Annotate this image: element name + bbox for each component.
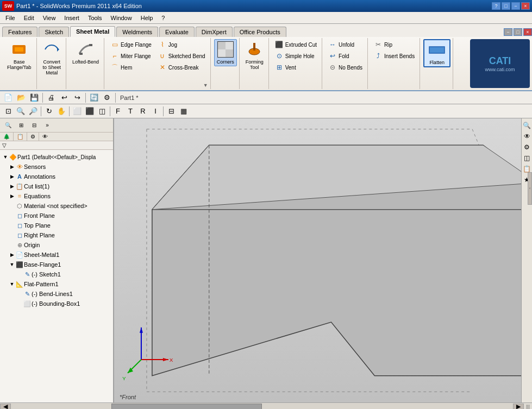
fold-button[interactable]: ↩ Fold xyxy=(326,51,365,61)
scroll-thumb[interactable] xyxy=(111,404,262,410)
base-flange-tab-button[interactable]: BaseFlange/Tab xyxy=(4,39,34,72)
menu-question[interactable]: ? xyxy=(157,12,169,23)
tab-features[interactable]: Features xyxy=(2,27,37,37)
cut-list-toggle[interactable]: ▶ xyxy=(9,183,15,190)
tree-tab-config[interactable]: ⚙ xyxy=(27,133,39,141)
right-panel-display-btn[interactable]: 👁 xyxy=(522,131,532,141)
menu-help[interactable]: Help xyxy=(136,12,158,23)
tree-top-plane[interactable]: ▶ ◻ Top Plane xyxy=(1,221,112,230)
no-bends-button[interactable]: ⊝ No Bends xyxy=(326,62,365,73)
expand-all-button[interactable]: ⊞ xyxy=(15,120,27,131)
rip-button[interactable]: ✂ Rip xyxy=(371,39,417,50)
ribbon-close-button[interactable]: × xyxy=(523,28,532,36)
maximize-button[interactable]: □ xyxy=(502,2,510,10)
zoom-to-fit-button[interactable]: ⊡ xyxy=(2,106,14,117)
rebuild-button[interactable]: 🔄 xyxy=(88,92,100,103)
redo-button[interactable]: ↪ xyxy=(71,92,83,103)
filter-button[interactable]: 🔍 xyxy=(2,120,14,131)
tree-tab-properties[interactable]: 📋 xyxy=(14,133,27,141)
forming-tool-button[interactable]: FormingTool xyxy=(243,39,266,72)
tree-root-part[interactable]: ▼ 🔶 Part1 (Default<<Default>_Displa xyxy=(1,152,112,162)
tab-office-products[interactable]: Office Products xyxy=(234,27,286,37)
viewport[interactable]: Y X *Front xyxy=(114,118,521,402)
right-panel-settings-btn[interactable]: ⚙ xyxy=(522,142,532,152)
annotations-toggle[interactable]: ▶ xyxy=(9,173,15,180)
shaded-button[interactable]: ⬛ xyxy=(84,106,96,117)
convert-sheet-metal-button[interactable]: Convertto SheetMetal xyxy=(40,39,64,77)
view-right[interactable]: R xyxy=(137,106,149,117)
open-button[interactable]: 📂 xyxy=(15,92,27,103)
new-button[interactable]: 📄 xyxy=(2,92,14,103)
tab-dimxpert[interactable]: DimXpert xyxy=(196,27,233,37)
menu-window[interactable]: Window xyxy=(107,12,136,23)
tree-front-plane[interactable]: ▶ ◻ Front Plane xyxy=(1,211,112,221)
tree-right-plane[interactable]: ▶ ◻ Right Plane xyxy=(1,230,112,240)
tree-material[interactable]: ▶ ⬡ Material <not specified> xyxy=(1,201,112,211)
tab-sheet-metal[interactable]: Sheet Metal xyxy=(70,26,115,37)
insert-bends-button[interactable]: ⤴ Insert Bends xyxy=(371,51,417,61)
options-button[interactable]: ⚙ xyxy=(101,92,113,103)
view-iso[interactable]: I xyxy=(149,106,161,117)
display-style-button[interactable]: ▦ xyxy=(178,106,190,117)
view-top[interactable]: T xyxy=(124,106,136,117)
corners-button[interactable]: Corners xyxy=(214,39,237,66)
tree-base-flange1[interactable]: ▼ ⬛ Base-Flange1 xyxy=(1,260,112,269)
flat-pattern-toggle[interactable]: ▼ xyxy=(9,281,15,287)
minimize-button[interactable]: ? xyxy=(492,2,500,10)
close-button[interactable]: × xyxy=(521,2,530,10)
wireframe-button[interactable]: ⬜ xyxy=(71,106,83,117)
hidden-lines-button[interactable]: ◫ xyxy=(96,106,108,117)
tree-annotations[interactable]: ▶ A Annotations xyxy=(1,172,112,181)
tree-tab-display[interactable]: 👁 xyxy=(39,133,51,141)
zoom-in-button[interactable]: 🔍 xyxy=(15,106,27,117)
tree-sheet-metal[interactable]: ▶ 📄 Sheet-Metal1 xyxy=(1,250,112,260)
menu-insert[interactable]: Insert xyxy=(60,12,84,23)
flatten-button[interactable]: Flatten xyxy=(423,39,450,67)
miter-flange-button[interactable]: ⌐ Miter Flange xyxy=(108,51,154,61)
unfold-button[interactable]: ↔ Unfold xyxy=(326,39,365,50)
tree-cut-list[interactable]: ▶ 📋 Cut list(1) xyxy=(1,181,112,191)
tab-sketch[interactable]: Sketch xyxy=(39,27,69,37)
scroll-track[interactable] xyxy=(11,404,513,410)
sketched-bend-button[interactable]: ∪ Sketched Bend xyxy=(155,51,208,61)
tree-tab-features[interactable]: 🌲 xyxy=(0,133,14,141)
menu-view[interactable]: View xyxy=(39,12,60,23)
scroll-right-button[interactable]: ▶ xyxy=(513,404,524,410)
cross-break-button[interactable]: ✕ Cross-Break xyxy=(155,62,208,73)
tab-weldments[interactable]: Weldments xyxy=(116,27,158,37)
edge-flange-button[interactable]: ▭ Edge Flange xyxy=(108,39,154,50)
undo-button[interactable]: ↩ xyxy=(58,92,70,103)
menu-file[interactable]: File xyxy=(1,12,20,23)
lofted-bend-button[interactable]: Lofted-Bend xyxy=(70,39,102,66)
pan-button[interactable]: ✋ xyxy=(55,106,67,117)
tab-evaluate[interactable]: Evaluate xyxy=(159,27,195,37)
print-button[interactable]: 🖨 xyxy=(45,92,57,103)
save-button[interactable]: 💾 xyxy=(28,92,40,103)
equations-toggle[interactable]: ▶ xyxy=(9,193,15,199)
tree-sketch1[interactable]: ▶ ✎ (-) Sketch1 xyxy=(1,269,112,279)
root-toggle[interactable]: ▼ xyxy=(2,154,9,160)
hem-button[interactable]: ⌒ Hem xyxy=(108,62,154,73)
menu-edit[interactable]: Edit xyxy=(20,12,39,23)
jog-button[interactable]: ⌇ Jog xyxy=(155,39,208,50)
tree-bounding-box[interactable]: ▶ ⬜ (-) Bounding-Box1 xyxy=(1,299,112,309)
scroll-left-button[interactable]: ◀ xyxy=(0,404,11,410)
simple-hole-button[interactable]: ⊙ Simple Hole xyxy=(272,51,320,61)
zoom-out-button[interactable]: 🔎 xyxy=(27,106,39,117)
right-panel-layers-btn[interactable]: ◫ xyxy=(522,153,532,163)
tree-flat-pattern[interactable]: ▼ 📐 Flat-Pattern1 xyxy=(1,279,112,289)
collapse-all-button[interactable]: ⊟ xyxy=(28,120,40,131)
extruded-cut-button[interactable]: ⬛ Extruded Cut xyxy=(272,39,320,50)
view-front[interactable]: F xyxy=(112,106,124,117)
more-options-button[interactable]: » xyxy=(41,120,53,131)
tree-equations[interactable]: ▶ = Equations xyxy=(1,191,112,201)
right-panel-view-btn[interactable]: 🔍 xyxy=(522,121,532,130)
titlebar-controls[interactable]: ? □ − × xyxy=(492,2,530,10)
tree-sensors[interactable]: ▶ 👁 Sensors xyxy=(1,162,112,172)
sheet-metal-toggle[interactable]: ▶ xyxy=(9,251,15,258)
base-flange1-toggle[interactable]: ▼ xyxy=(9,261,15,268)
menu-tools[interactable]: Tools xyxy=(84,12,107,23)
sensors-toggle[interactable]: ▶ xyxy=(9,163,15,170)
horizontal-scrollbar[interactable]: ◀ ▶ ||| xyxy=(0,402,532,409)
tree-bend-lines[interactable]: ▶ ✎ (-) Bend-Lines1 xyxy=(1,289,112,299)
